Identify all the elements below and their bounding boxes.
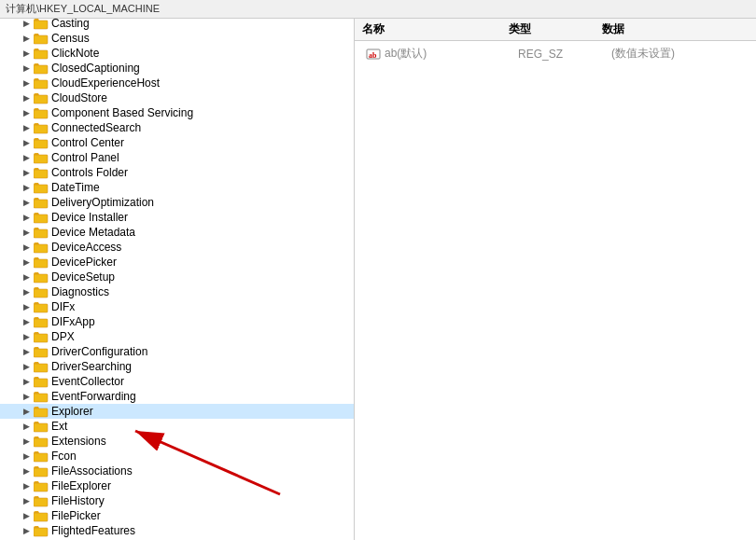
- tree-item-label: Extensions: [51, 435, 106, 448]
- folder-icon: [34, 136, 49, 149]
- tree-item-label: Control Center: [51, 136, 124, 149]
- tree-item-FileHistory[interactable]: ▶ FileHistory: [0, 493, 354, 508]
- tree-item-label: FilePicker: [51, 509, 101, 522]
- expander-icon[interactable]: ▶: [19, 198, 34, 207]
- tree-item-DriverSearching[interactable]: ▶ DriverSearching: [0, 359, 354, 374]
- tree-item-label: Control Panel: [51, 151, 119, 164]
- expander-icon[interactable]: ▶: [19, 392, 34, 401]
- expander-icon[interactable]: ▶: [19, 436, 34, 446]
- left-panel[interactable]: ▶ AutoRotation▶ BackupAndRestoreSettings…: [0, 19, 355, 540]
- expander-icon[interactable]: ▶: [19, 272, 34, 282]
- expander-icon[interactable]: ▶: [19, 48, 34, 58]
- expander-icon[interactable]: ▶: [19, 138, 34, 147]
- reg-entry[interactable]: ab ab(默认)REG_SZ(数值未设置): [362, 45, 749, 62]
- expander-icon[interactable]: ▶: [19, 362, 34, 371]
- tree-item-Diagnostics[interactable]: ▶ Diagnostics: [0, 284, 354, 299]
- tree-item-DPX[interactable]: ▶ DPX: [0, 329, 354, 344]
- tree-item-EventForwarding[interactable]: ▶ EventForwarding: [0, 389, 354, 404]
- tree-item-ControlPanel[interactable]: ▶ Control Panel: [0, 150, 354, 165]
- expander-icon[interactable]: ▶: [19, 511, 34, 520]
- expander-icon[interactable]: ▶: [19, 183, 34, 192]
- expander-icon[interactable]: ▶: [19, 481, 34, 491]
- tree-item-FileAssociations[interactable]: ▶ FileAssociations: [0, 464, 354, 478]
- tree-item-ClosedCaptioning[interactable]: ▶ ClosedCaptioning: [0, 61, 354, 76]
- svg-rect-82: [34, 319, 48, 327]
- expander-icon[interactable]: ▶: [19, 466, 34, 476]
- expander-icon[interactable]: ▶: [19, 302, 34, 312]
- tree-item-EventCollector[interactable]: ▶ EventCollector: [0, 374, 354, 389]
- expander-icon[interactable]: ▶: [19, 287, 34, 297]
- folder-icon: [34, 330, 49, 343]
- expander-icon[interactable]: ▶: [19, 123, 34, 132]
- tree-item-FlightedFeatures[interactable]: ▶ FlightedFeatures: [0, 523, 354, 538]
- tree-item-Ext[interactable]: ▶ Ext: [0, 419, 354, 434]
- tree-item-label: DeviceAccess: [51, 241, 121, 254]
- tree-item-Fcon[interactable]: ▶ Fcon: [0, 449, 354, 464]
- expander-icon[interactable]: ▶: [19, 213, 34, 222]
- tree-item-DriverConfiguration[interactable]: ▶ DriverConfiguration: [0, 344, 354, 359]
- expander-icon[interactable]: ▶: [19, 496, 34, 505]
- svg-rect-106: [34, 438, 48, 447]
- tree-item-DeviceSetup[interactable]: ▶ DeviceSetup: [0, 270, 354, 284]
- tree-item-FilePicker[interactable]: ▶ FilePicker: [0, 508, 354, 523]
- folder-icon: [34, 196, 49, 209]
- tree-item-DIFx[interactable]: ▶ DIFx: [0, 299, 354, 314]
- expander-icon[interactable]: ▶: [19, 257, 34, 267]
- tree-item-DeviceInstaller[interactable]: ▶ Device Installer: [0, 210, 354, 225]
- expander-icon[interactable]: ▶: [19, 34, 34, 43]
- expander-icon[interactable]: ▶: [19, 228, 34, 237]
- expander-icon[interactable]: ▶: [19, 63, 34, 73]
- svg-rect-100: [34, 408, 48, 417]
- tree-item-Extensions[interactable]: ▶ Extensions: [0, 434, 354, 449]
- expander-icon[interactable]: ▶: [19, 242, 34, 252]
- expander-icon[interactable]: ▶: [19, 332, 34, 341]
- tree-item-DateTime[interactable]: ▶ DateTime: [0, 180, 354, 195]
- svg-rect-64: [34, 229, 48, 238]
- tree-item-CloudExperienceHost[interactable]: ▶ CloudExperienceHost: [0, 76, 354, 90]
- folder-icon: [34, 435, 49, 448]
- expander-icon[interactable]: ▶: [19, 78, 34, 88]
- expander-icon[interactable]: ▶: [19, 526, 34, 535]
- tree-item-ConnectedSearch[interactable]: ▶ ConnectedSearch: [0, 120, 354, 135]
- tree-item-DeviceMetadata[interactable]: ▶ Device Metadata: [0, 225, 354, 240]
- tree-item-DeviceAccess[interactable]: ▶ DeviceAccess: [0, 240, 354, 255]
- tree-item-ControlsFolder[interactable]: ▶ Controls Folder: [0, 165, 354, 180]
- entry-data: (数值未设置): [611, 46, 745, 62]
- tree-item-ClickNote[interactable]: ▶ ClickNote: [0, 46, 354, 61]
- tree-item-Casting[interactable]: ▶ Casting: [0, 19, 354, 31]
- expander-icon[interactable]: ▶: [19, 377, 34, 386]
- svg-rect-109: [34, 453, 48, 462]
- expander-icon[interactable]: ▶: [19, 19, 34, 28]
- tree-item-ControlCenter[interactable]: ▶ Control Center: [0, 135, 354, 150]
- tree-item-FileExplorer[interactable]: ▶ FileExplorer: [0, 478, 354, 493]
- expander-icon[interactable]: ▶: [19, 108, 34, 118]
- tree-item-Explorer[interactable]: ▶ Explorer: [0, 404, 354, 419]
- svg-rect-22: [34, 21, 48, 29]
- folder-icon: [34, 405, 49, 418]
- expander-icon[interactable]: ▶: [19, 407, 34, 416]
- folder-icon: [34, 211, 49, 224]
- folder-icon: [34, 285, 49, 298]
- tree-item-Census[interactable]: ▶ Census: [0, 31, 354, 46]
- tree-item-label: DPX: [51, 330, 75, 343]
- tree-item-DIFxApp[interactable]: ▶ DIFxApp: [0, 314, 354, 329]
- expander-icon[interactable]: ▶: [19, 347, 34, 356]
- tree-item-ComponentBasedServicing[interactable]: ▶ Component Based Servicing: [0, 105, 354, 120]
- tree-item-label: FileAssociations: [51, 464, 133, 478]
- main-container: ▶ AutoRotation▶ BackupAndRestoreSettings…: [0, 19, 756, 540]
- svg-rect-124: [34, 528, 48, 536]
- tree-item-DeliveryOptimization[interactable]: ▶ DeliveryOptimization: [0, 195, 354, 210]
- expander-icon[interactable]: ▶: [19, 422, 34, 431]
- expander-icon[interactable]: ▶: [19, 93, 34, 103]
- folder-icon: [34, 390, 49, 403]
- expander-icon[interactable]: ▶: [19, 451, 34, 461]
- folder-icon: [34, 19, 49, 30]
- tree-item-label: DateTime: [51, 181, 100, 194]
- expander-icon[interactable]: ▶: [19, 153, 34, 162]
- expander-icon[interactable]: ▶: [19, 168, 34, 177]
- right-panel-header: 名称 类型 数据: [355, 19, 756, 41]
- svg-rect-37: [34, 95, 48, 104]
- expander-icon[interactable]: ▶: [19, 317, 34, 326]
- tree-item-CloudStore[interactable]: ▶ CloudStore: [0, 90, 354, 105]
- tree-item-DevicePicker[interactable]: ▶ DevicePicker: [0, 255, 354, 270]
